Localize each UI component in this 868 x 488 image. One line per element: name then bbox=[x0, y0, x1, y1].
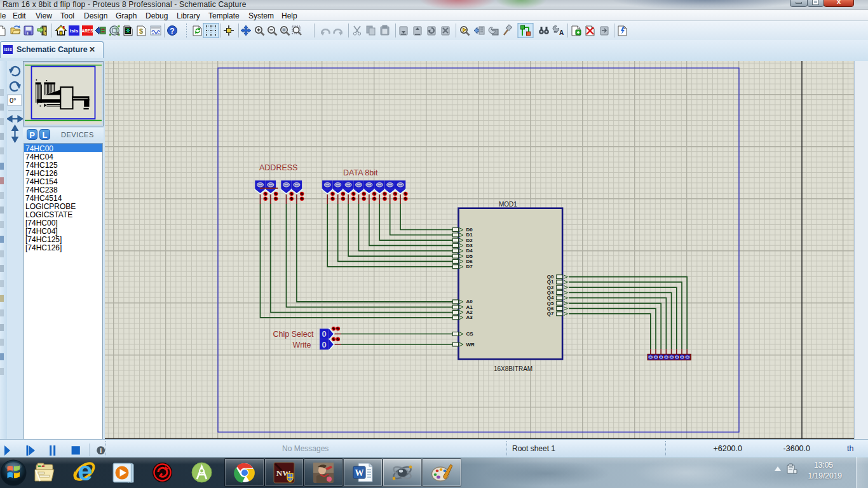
svg-text:?: ? bbox=[170, 27, 174, 36]
svg-text:WR: WR bbox=[466, 342, 475, 348]
svg-text:0°: 0° bbox=[10, 97, 17, 104]
svg-text:W: W bbox=[355, 468, 364, 478]
svg-text:16X8BITRAM: 16X8BITRAM bbox=[494, 365, 532, 372]
svg-text:A: A bbox=[559, 29, 564, 36]
svg-text:Q7: Q7 bbox=[547, 311, 554, 316]
svg-text:isis: isis bbox=[70, 28, 79, 34]
svg-text:Chip Select: Chip Select bbox=[273, 330, 314, 339]
svg-text:i: i bbox=[100, 447, 102, 454]
svg-text:e: e bbox=[78, 459, 92, 485]
svg-text:ADDRESS: ADDRESS bbox=[259, 163, 297, 172]
svg-text:D7: D7 bbox=[466, 264, 473, 269]
svg-text:MOD1: MOD1 bbox=[499, 201, 517, 208]
svg-text:0: 0 bbox=[322, 329, 326, 339]
svg-text:0: 0 bbox=[322, 340, 326, 349]
svg-text:CS: CS bbox=[466, 331, 474, 337]
svg-text:A3: A3 bbox=[466, 315, 473, 320]
svg-text:$: $ bbox=[139, 27, 143, 35]
svg-text:ARES: ARES bbox=[81, 29, 93, 33]
svg-text:DATA 8bit: DATA 8bit bbox=[343, 168, 378, 177]
svg-text:Write: Write bbox=[293, 341, 311, 349]
